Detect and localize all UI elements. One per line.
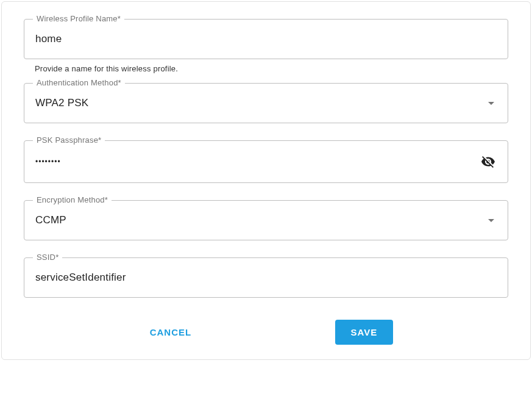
auth-method-label: Authentication Method* [33,78,125,87]
chevron-down-icon [488,102,494,105]
profile-name-label: Wireless Profile Name* [33,14,124,23]
encryption-value: CCMP [35,214,488,226]
wireless-profile-form: Wireless Profile Name* Provide a name fo… [1,1,531,360]
encryption-section: Encryption Method* CCMP [24,200,508,240]
chevron-down-icon [488,219,494,222]
auth-method-select[interactable]: Authentication Method* WPA2 PSK [24,83,508,123]
ssid-input-wrapper[interactable]: SSID* [24,257,508,298]
auth-method-field-group: Authentication Method* WPA2 PSK [24,83,508,123]
encryption-label: Encryption Method* [33,195,112,204]
psk-label: PSK Passphrase* [33,135,105,145]
ssid-field-group: SSID* [24,257,508,298]
encryption-select[interactable]: Encryption Method* CCMP [24,200,508,240]
profile-name-input[interactable] [35,33,497,45]
profile-name-input-wrapper[interactable]: Wireless Profile Name* [24,19,508,59]
psk-section: PSK Passphrase* •••••••• [24,140,508,183]
psk-field-group: PSK Passphrase* •••••••• [24,140,508,183]
auth-method-section: Authentication Method* WPA2 PSK [24,83,508,123]
ssid-section: SSID* [24,257,508,298]
profile-name-field-group: Wireless Profile Name* [24,19,508,59]
cancel-button[interactable]: CANCEL [139,321,203,343]
ssid-label: SSID* [33,253,62,262]
psk-masked-value[interactable]: •••••••• [35,157,481,166]
save-button[interactable]: SAVE [335,320,394,345]
profile-name-helper: Provide a name for this wireless profile… [35,64,508,73]
ssid-input[interactable] [35,272,497,284]
encryption-field-group: Encryption Method* CCMP [24,200,508,240]
psk-input-wrapper[interactable]: PSK Passphrase* •••••••• [24,140,508,183]
visibility-off-icon[interactable] [481,154,495,169]
profile-name-section: Wireless Profile Name* Provide a name fo… [24,19,508,73]
form-actions: CANCEL SAVE [24,320,508,345]
auth-method-value: WPA2 PSK [35,97,488,109]
